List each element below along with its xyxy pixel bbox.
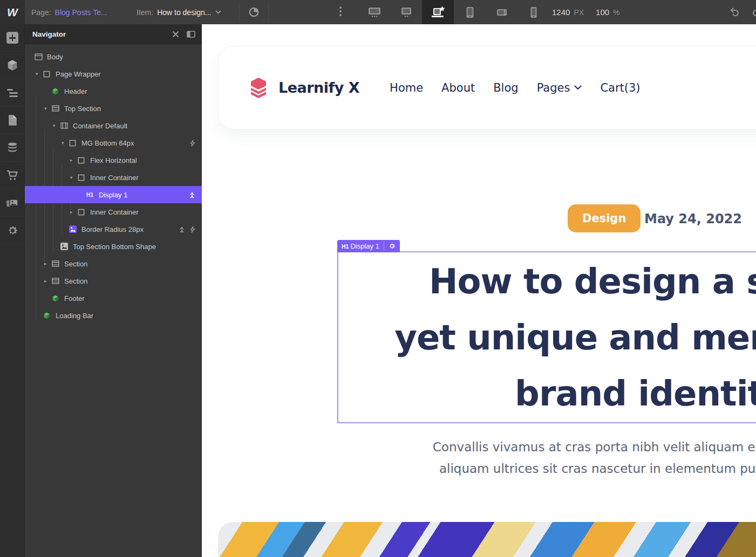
expand-arrow-icon[interactable]: ▸ (44, 255, 52, 272)
navigator-item-label: Flex Horizontal (90, 156, 137, 164)
expand-arrow-icon[interactable]: ▾ (44, 100, 52, 117)
page-name[interactable]: Blog Posts Te... (55, 8, 107, 17)
navigator-item-header[interactable]: Header (25, 82, 202, 100)
expand-arrow-icon[interactable]: ▾ (62, 134, 69, 152)
selected-h1-element[interactable]: H1 Display 1 How to design a simple yet … (337, 251, 756, 423)
navigator-item-container-default[interactable]: ▾Container Default (25, 117, 202, 134)
navigator-item-flex-horizontal[interactable]: ▸Flex Horizontal (25, 152, 202, 169)
zoom-value[interactable]: 100 (596, 8, 609, 17)
nav-link-pages[interactable]: Pages (537, 81, 582, 94)
components-icon[interactable] (0, 52, 25, 79)
close-icon[interactable] (172, 31, 179, 38)
navigator-item-top-section-bottom-shape[interactable]: Top Section Bottom Shape (25, 238, 202, 255)
chevron-down-icon (215, 10, 221, 14)
expand-arrow-icon[interactable]: ▸ (70, 203, 78, 221)
navigator-item-section[interactable]: ▸Section (25, 272, 202, 290)
cms-icon[interactable] (0, 134, 25, 162)
nav-link-label: About (441, 81, 475, 94)
post-title[interactable]: How to design a simple yet unique and me… (338, 253, 756, 422)
box-icon (43, 71, 52, 78)
redo-icon[interactable] (751, 0, 756, 24)
add-elements-icon[interactable] (0, 24, 25, 52)
navigator-item-section[interactable]: ▸Section (25, 255, 202, 272)
nav-link-label: Pages (537, 81, 570, 94)
breakpoint-switcher (358, 0, 549, 24)
nav-link-blog[interactable]: Blog (493, 81, 518, 94)
nav-link-cart-3-[interactable]: Cart(3) (600, 81, 640, 94)
navigator-item-display-1[interactable]: H1Display 1 (25, 186, 202, 203)
toolbar-divider (240, 3, 240, 21)
navigator-item-inner-container[interactable]: ▾Inner Container (25, 169, 202, 186)
navigator-item-footer[interactable]: Footer (25, 290, 202, 307)
selection-tag: H1 (338, 243, 349, 250)
post-hero-image[interactable] (218, 522, 756, 557)
post-summary-line: aliquam ultrices sit cras nascetur in el… (380, 458, 756, 479)
container-icon (60, 122, 70, 129)
settings-gear-icon[interactable] (0, 217, 25, 244)
breakpoint-tablet-landscape-icon[interactable] (486, 0, 517, 24)
navigator-item-loading-bar[interactable]: Loading Bar (25, 307, 202, 324)
section-icon (52, 278, 61, 284)
site-header-card[interactable]: Learnify X HomeAboutBlogPagesCart(3) (218, 46, 756, 129)
box-icon (69, 140, 78, 147)
undo-icon[interactable] (728, 0, 740, 24)
image-purple-icon (69, 225, 78, 233)
design-canvas[interactable]: Learnify X HomeAboutBlogPagesCart(3) Des… (202, 24, 756, 557)
breakpoint-desktop-icon[interactable] (390, 0, 422, 24)
selection-label[interactable]: H1 Display 1 (337, 240, 400, 252)
section-icon (52, 105, 61, 112)
navigator-item-top-section[interactable]: ▾Top Section (25, 100, 202, 117)
nav-link-home[interactable]: Home (390, 81, 423, 94)
element-tree: Body▾Page WrapperHeader▾Top Section▾Cont… (25, 44, 202, 324)
webflow-logo[interactable]: W (0, 0, 25, 24)
site-logo[interactable]: Learnify X (246, 75, 359, 100)
item-selector[interactable]: Item: How to design... (137, 0, 221, 24)
navigator-item-mg-bottom-64px[interactable]: ▾MG Bottom 64px (25, 134, 202, 152)
item-name[interactable]: How to design... (157, 8, 211, 17)
h1-icon: H1 (86, 192, 96, 198)
navigator-item-label: Loading Bar (56, 312, 93, 320)
expand-arrow-icon[interactable]: ▾ (53, 117, 60, 134)
breakpoint-desktop-large-icon[interactable] (358, 0, 390, 24)
navigator-item-page-wrapper[interactable]: ▾Page Wrapper (25, 65, 202, 82)
expand-arrow-icon[interactable]: ▸ (70, 152, 78, 169)
pages-icon[interactable] (0, 107, 25, 134)
navigator-header: Navigator (25, 24, 202, 44)
expand-arrow-icon[interactable]: ▾ (70, 169, 78, 186)
navigator-item-label: Top Section (64, 105, 101, 113)
nav-link-about[interactable]: About (441, 81, 475, 94)
interaction-bolt-icon (190, 140, 195, 147)
page-selector[interactable]: Page: Blog Posts Te... (31, 0, 107, 24)
navigator-item-body[interactable]: Body (25, 48, 202, 65)
site-nav: HomeAboutBlogPagesCart(3) (390, 81, 640, 94)
navigator-item-label: Border Radius 28px (81, 225, 144, 233)
post-date[interactable]: May 24, 2022 (644, 211, 742, 226)
assets-icon[interactable] (0, 189, 25, 217)
canvas-dimensions[interactable]: 1240 PX 100 % (552, 0, 620, 24)
navigator-item-label: Display 1 (99, 191, 127, 199)
navigator-item-label: Section (64, 277, 87, 285)
more-menu-icon[interactable] (339, 6, 342, 16)
post-title-line: brand identity (338, 366, 756, 422)
navigator-item-border-radius-28px[interactable]: Border Radius 28px (25, 221, 202, 238)
breakpoint-phone-icon[interactable] (517, 0, 549, 24)
component-icon (43, 312, 52, 319)
breakpoint-laptop-star-icon[interactable] (422, 0, 454, 24)
image-icon (60, 243, 70, 250)
navigator-item-inner-container[interactable]: ▸Inner Container (25, 203, 202, 221)
navigator-item-label: Top Section Bottom Shape (73, 243, 156, 251)
category-badge[interactable]: Design (568, 204, 641, 232)
expand-arrow-icon[interactable]: ▾ (36, 65, 43, 82)
preview-toggle-icon[interactable] (248, 0, 260, 24)
navigator-icon[interactable] (0, 79, 25, 107)
dock-panel-icon[interactable] (187, 31, 195, 38)
canvas-width-value[interactable]: 1240 (552, 8, 570, 17)
ecommerce-cart-icon[interactable] (0, 162, 25, 189)
brand-name[interactable]: Learnify X (278, 79, 359, 96)
expand-arrow-icon[interactable]: ▸ (44, 272, 52, 290)
element-settings-gear-icon[interactable] (385, 243, 399, 250)
toolbar-divider (268, 3, 269, 21)
breakpoint-tablet-icon[interactable] (454, 0, 486, 24)
box-icon (78, 157, 87, 164)
post-summary[interactable]: Convallis vivamus at cras porta nibh vel… (380, 436, 756, 479)
